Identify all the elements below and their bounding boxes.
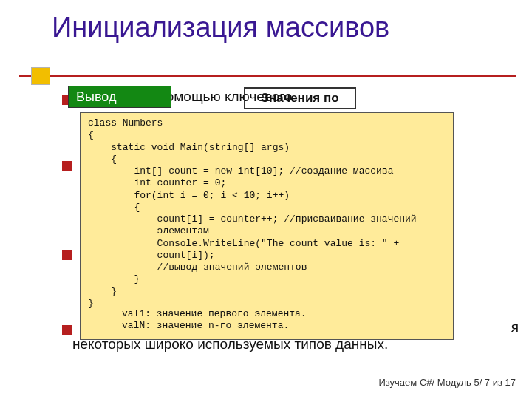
subtext-line: valN: значение n-го элемента. [122, 320, 307, 332]
title-area: Инициализация массивов [0, 0, 532, 43]
defaults-badge-label: Значения по [261, 91, 338, 106]
code-subtext: val1: значение первого элемента. valN: з… [122, 308, 307, 332]
bullet-icon [62, 250, 72, 260]
slide-footer: Изучаем C#/ Модуль 5/ 7 из 17 [378, 377, 516, 388]
slide-title: Инициализация массивов [52, 13, 532, 43]
code-text: class Numbers { static void Main(string[… [88, 117, 446, 310]
defaults-badge: Значения по [244, 87, 356, 109]
slide: Инициализация массивов ть создан с помощ… [0, 0, 532, 399]
bullet-icon [62, 325, 72, 335]
output-badge: Вывод [68, 86, 171, 108]
title-accent-square [31, 67, 50, 85]
bullet-icon [62, 161, 72, 171]
output-badge-label: Вывод [76, 89, 116, 105]
subtext-line: val1: значение первого элемента. [122, 308, 307, 320]
title-underline [19, 75, 516, 77]
code-block: class Numbers { static void Main(string[… [80, 112, 454, 340]
